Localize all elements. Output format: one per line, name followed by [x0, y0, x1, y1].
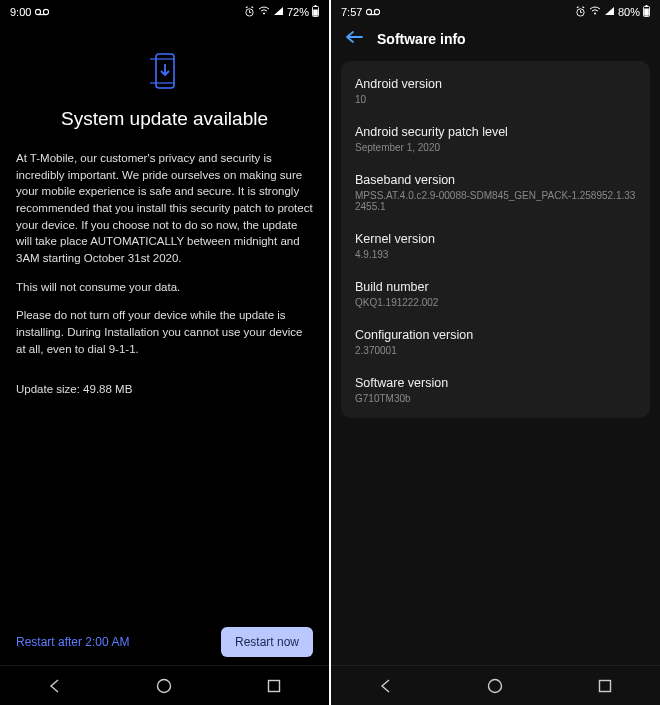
alarm-icon — [575, 6, 586, 19]
info-item-build[interactable]: Build number QKQ1.191222.002 — [353, 270, 638, 318]
update-title: System update available — [16, 108, 313, 130]
battery-icon — [643, 5, 650, 19]
battery-percent: 72% — [287, 6, 309, 18]
svg-rect-28 — [646, 5, 648, 7]
update-paragraph-3: Please do not turn off your device while… — [16, 307, 313, 357]
svg-rect-10 — [315, 5, 317, 7]
info-item-kernel[interactable]: Kernel version 4.9.193 — [353, 222, 638, 270]
update-size: Update size: 49.88 MB — [16, 383, 313, 395]
update-paragraph-1: At T-Mobile, our customer's privacy and … — [16, 150, 313, 267]
info-value: QKQ1.191222.002 — [355, 297, 636, 308]
restart-now-button[interactable]: Restart now — [221, 627, 313, 657]
svg-point-8 — [263, 13, 265, 15]
nav-back-button[interactable] — [35, 666, 75, 706]
nav-back-button[interactable] — [366, 666, 406, 706]
statusbar: 7:57 80% — [331, 0, 660, 22]
svg-point-26 — [594, 13, 596, 15]
svg-point-19 — [375, 9, 380, 14]
phone-right-software-info: 7:57 80% Software info Android version 1… — [331, 0, 660, 705]
titlebar: Software info — [331, 22, 660, 57]
info-label: Android version — [355, 77, 636, 91]
svg-point-1 — [44, 9, 49, 14]
info-label: Build number — [355, 280, 636, 294]
status-time: 7:57 — [341, 6, 362, 18]
wifi-icon — [258, 6, 270, 18]
voicemail-icon — [35, 6, 49, 18]
info-label: Software version — [355, 376, 636, 390]
battery-icon — [312, 5, 319, 19]
info-value: September 1, 2020 — [355, 142, 636, 153]
svg-line-24 — [577, 6, 579, 7]
info-label: Baseband version — [355, 173, 636, 187]
info-label: Kernel version — [355, 232, 636, 246]
wifi-icon — [589, 6, 601, 18]
svg-rect-11 — [313, 10, 318, 16]
info-value: 4.9.193 — [355, 249, 636, 260]
svg-point-18 — [367, 9, 372, 14]
info-label: Configuration version — [355, 328, 636, 342]
info-card: Android version 10 Android security patc… — [341, 61, 650, 418]
info-value: 10 — [355, 94, 636, 105]
svg-rect-29 — [644, 9, 649, 16]
svg-point-30 — [489, 679, 502, 692]
svg-point-16 — [158, 679, 171, 692]
navbar — [331, 665, 660, 705]
software-info-content: Android version 10 Android security patc… — [331, 57, 660, 665]
signal-icon — [604, 6, 615, 18]
info-item-config[interactable]: Configuration version 2.370001 — [353, 318, 638, 366]
nav-home-button[interactable] — [475, 666, 515, 706]
info-item-security-patch[interactable]: Android security patch level September 1… — [353, 115, 638, 163]
action-row: Restart after 2:00 AM Restart now — [16, 627, 313, 665]
svg-rect-31 — [600, 680, 611, 691]
info-item-software-version[interactable]: Software version G710TM30b — [353, 366, 638, 414]
svg-point-0 — [36, 9, 41, 14]
phone-left-update-screen: 9:00 72% System upda — [0, 0, 329, 705]
info-item-android-version[interactable]: Android version 10 — [353, 67, 638, 115]
back-arrow-icon[interactable] — [345, 30, 363, 47]
svg-line-6 — [246, 6, 248, 7]
signal-icon — [273, 6, 284, 18]
page-title: Software info — [377, 31, 466, 47]
svg-rect-17 — [269, 680, 280, 691]
battery-percent: 80% — [618, 6, 640, 18]
nav-recent-button[interactable] — [585, 666, 625, 706]
nav-recent-button[interactable] — [254, 666, 294, 706]
nav-home-button[interactable] — [144, 666, 184, 706]
alarm-icon — [244, 6, 255, 19]
info-item-baseband[interactable]: Baseband version MPSS.AT.4.0.c2.9-00088-… — [353, 163, 638, 222]
status-time: 9:00 — [10, 6, 31, 18]
info-value: MPSS.AT.4.0.c2.9-00088-SDM845_GEN_PACK-1… — [355, 190, 636, 212]
svg-line-25 — [582, 6, 584, 7]
update-paragraph-2: This will not consume your data. — [16, 279, 313, 296]
update-download-icon — [150, 52, 180, 94]
statusbar: 9:00 72% — [0, 0, 329, 22]
svg-line-7 — [251, 6, 253, 7]
restart-later-button[interactable]: Restart after 2:00 AM — [16, 635, 129, 649]
navbar — [0, 665, 329, 705]
info-label: Android security patch level — [355, 125, 636, 139]
info-value: G710TM30b — [355, 393, 636, 404]
info-value: 2.370001 — [355, 345, 636, 356]
voicemail-icon — [366, 6, 380, 18]
update-content: System update available At T-Mobile, our… — [0, 22, 329, 665]
